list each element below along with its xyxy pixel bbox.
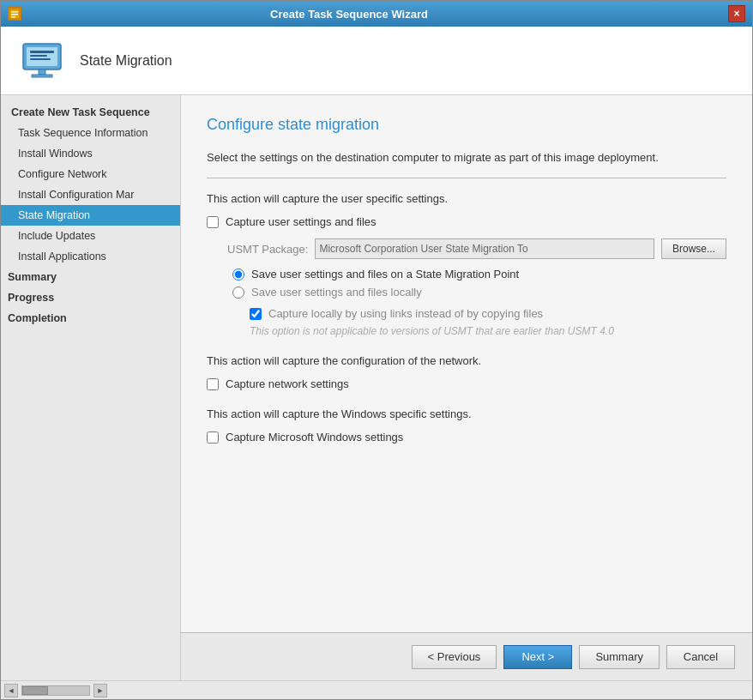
scrollbar-track: ◄ ►: [4, 684, 107, 697]
description-text: Select the settings on the destination c…: [207, 151, 726, 164]
user-section-label: This action will capture the user specif…: [207, 192, 726, 205]
svg-rect-3: [11, 16, 15, 18]
svg-rect-9: [39, 69, 45, 75]
capture-network-label: Capture network settings: [226, 377, 349, 390]
content-inner: Configure state migration Select the set…: [181, 95, 752, 632]
sidebar-item-completion[interactable]: Completion: [1, 308, 180, 329]
usmt-input[interactable]: [315, 238, 654, 259]
scroll-thumb: [22, 686, 48, 695]
separator: [207, 178, 726, 178]
sidebar-item-create-new-task-sequence[interactable]: Create New Task Sequence: [1, 102, 180, 123]
network-section: This action will capture the configurati…: [207, 354, 726, 390]
sidebar-item-install-windows[interactable]: Install Windows: [1, 143, 180, 164]
browse-button[interactable]: Browse...: [661, 238, 726, 259]
radio-row-save-locally: Save user settings and files locally: [232, 286, 726, 299]
sidebar-item-configure-network[interactable]: Configure Network: [1, 164, 180, 184]
window-title: Create Task Sequence Wizard: [21, 8, 677, 21]
svg-rect-2: [11, 14, 18, 15]
capture-user-checkbox[interactable]: [207, 216, 219, 228]
usmt-row: USMT Package: Browse...: [227, 238, 726, 259]
cancel-button[interactable]: Cancel: [666, 645, 735, 669]
previous-button[interactable]: < Previous: [412, 645, 497, 669]
header-title: State Migration: [80, 53, 172, 69]
radio-group: Save user settings and files on a State …: [232, 268, 726, 299]
svg-rect-1: [11, 11, 18, 13]
windows-section-label: This action will capture the Windows spe…: [207, 407, 726, 420]
sidebar-item-progress[interactable]: Progress: [1, 287, 180, 308]
title-bar-left: [8, 7, 21, 21]
network-section-label: This action will capture the configurati…: [207, 354, 726, 367]
close-button[interactable]: ×: [728, 5, 745, 22]
capture-links-checkbox[interactable]: [250, 308, 262, 320]
scroll-track[interactable]: [21, 685, 90, 696]
capture-windows-label: Capture Microsoft Windows settings: [226, 431, 403, 444]
scroll-left-arrow[interactable]: ◄: [4, 684, 18, 697]
capture-windows-checkbox-row: Capture Microsoft Windows settings: [207, 431, 726, 444]
next-button[interactable]: Next >: [503, 645, 572, 669]
capture-user-checkbox-row: Capture user settings and files: [207, 215, 726, 228]
capture-network-checkbox[interactable]: [207, 378, 219, 390]
sidebar-item-summary[interactable]: Summary: [1, 267, 180, 287]
sidebar: Create New Task Sequence Task Sequence I…: [1, 95, 181, 680]
radio-save-locally-label: Save user settings and files locally: [251, 286, 422, 299]
main-area: Create New Task Sequence Task Sequence I…: [1, 95, 752, 680]
header-area: State Migration: [1, 27, 752, 95]
capture-windows-checkbox[interactable]: [207, 431, 219, 444]
wizard-window: Create Task Sequence Wizard × State Migr…: [0, 0, 753, 700]
radio-migration-point-label: Save user settings and files on a State …: [251, 268, 519, 281]
radio-migration-point[interactable]: [232, 269, 244, 281]
usmt-label: USMT Package:: [227, 243, 308, 256]
summary-button[interactable]: Summary: [579, 645, 660, 669]
windows-section: This action will capture the Windows spe…: [207, 407, 726, 444]
sidebar-item-include-updates[interactable]: Include Updates: [1, 226, 180, 246]
radio-save-locally[interactable]: [232, 287, 244, 299]
content-panel: Configure state migration Select the set…: [181, 95, 752, 680]
bottom-bar: ◄ ►: [1, 680, 752, 699]
footer: < Previous Next > Summary Cancel: [181, 632, 752, 680]
content-title: Configure state migration: [207, 116, 726, 134]
capture-network-checkbox-row: Capture network settings: [207, 377, 726, 390]
radio-row-migration-point: Save user settings and files on a State …: [232, 268, 726, 281]
capture-links-label: Capture locally by using links instead o…: [268, 307, 543, 320]
app-icon: [8, 7, 21, 21]
capture-user-label: Capture user settings and files: [226, 215, 376, 228]
scroll-right-arrow[interactable]: ►: [93, 684, 107, 697]
sidebar-item-task-sequence-information[interactable]: Task Sequence Information: [1, 123, 180, 143]
sidebar-item-state-migration[interactable]: State Migration: [1, 205, 180, 226]
title-bar: Create Task Sequence Wizard ×: [1, 1, 752, 27]
svg-rect-10: [32, 75, 52, 77]
svg-rect-7: [30, 55, 47, 57]
sidebar-item-install-applications[interactable]: Install Applications: [1, 246, 180, 267]
sub-option-row: Capture locally by using links instead o…: [250, 307, 726, 320]
svg-rect-8: [30, 58, 51, 60]
header-icon: [18, 37, 66, 85]
svg-rect-6: [30, 51, 54, 53]
sub-note: This option is not applicable to version…: [250, 325, 726, 337]
sidebar-item-install-configuration-manager[interactable]: Install Configuration Mar: [1, 184, 180, 205]
